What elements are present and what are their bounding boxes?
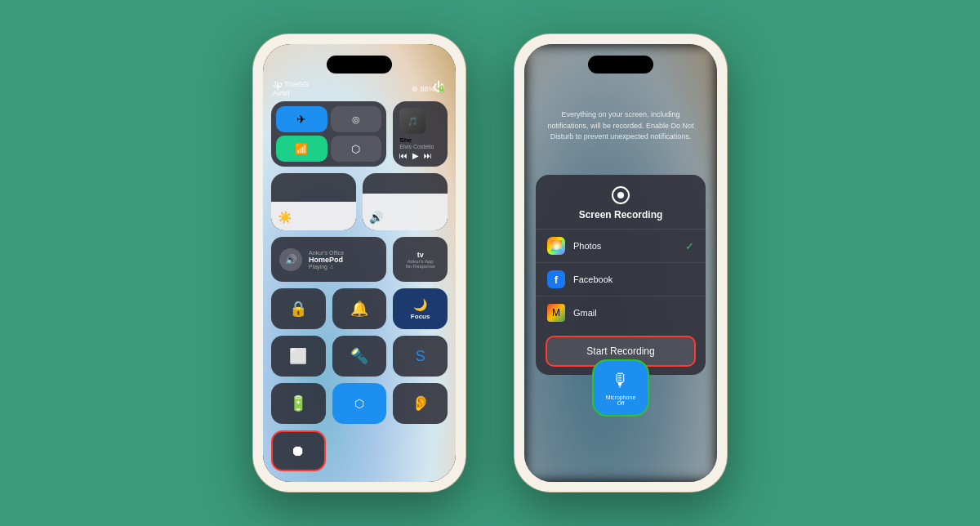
prev-track-btn[interactable]: ⏮: [399, 151, 408, 160]
screen-record-button[interactable]: ⏺: [271, 430, 326, 471]
photos-item[interactable]: 🌅 Photos ✓: [536, 230, 706, 263]
carrier2-label: Airtel: [273, 89, 309, 97]
phones-container: + ⏻ Jio True5G Airtel ⊛ 88% 🔋: [253, 34, 727, 492]
play-btn[interactable]: ▶: [412, 151, 419, 160]
facebook-item[interactable]: f Facebook: [536, 263, 706, 296]
music-controls[interactable]: ⏮ ▶ ⏭: [399, 151, 432, 160]
hearing-btn[interactable]: 👂: [393, 383, 448, 424]
focus-btn[interactable]: 🌙 Focus: [393, 288, 448, 329]
airplane-mode-btn[interactable]: ✈: [276, 106, 327, 132]
dynamic-island-2: [588, 56, 653, 74]
facebook-label: Facebook: [573, 274, 694, 284]
song-title: She: [399, 136, 441, 144]
homepod-name: HomePod: [309, 256, 344, 264]
homepod-status: Playing ♫: [309, 264, 344, 270]
microphone-label: MicrophoneOff: [606, 394, 636, 406]
warning-text: Everything on your screen, including not…: [541, 109, 701, 143]
shazam-btn[interactable]: S: [393, 336, 448, 377]
homepod-icon: 🔊: [279, 248, 302, 271]
next-track-btn[interactable]: ⏭: [424, 151, 432, 160]
screen-recording-popup: Screen Recording 🌅 Photos ✓ f Facebook: [536, 175, 706, 375]
phone2: Everything on your screen, including not…: [514, 34, 727, 492]
volume-icon: 🔊: [369, 211, 383, 224]
icons-row-2: ⬜ 🔦 S: [271, 336, 448, 377]
record-icon: [612, 186, 630, 204]
screen-mirror-btn[interactable]: ⬜: [271, 336, 326, 377]
music-tile[interactable]: 🎵 She Elvis Costello ⏮ ▶ ⏭: [393, 101, 448, 167]
flashlight-btn[interactable]: 🔦: [332, 336, 387, 377]
phone2-screen: Everything on your screen, including not…: [524, 44, 717, 482]
gmail-label: Gmail: [573, 308, 694, 318]
carrier1-label: Jio True5G: [273, 80, 309, 88]
sliders-row: ☀️ 🔊: [271, 173, 448, 230]
bluetooth-btn[interactable]: ⬡: [331, 136, 382, 162]
airdrop-btn[interactable]: ◎: [331, 106, 382, 132]
popup-header: Screen Recording: [536, 175, 706, 230]
battery-widget-btn[interactable]: 🔋: [271, 383, 326, 424]
bell-btn[interactable]: 🔔: [332, 288, 387, 329]
rotation-lock-btn[interactable]: 🔒: [271, 288, 326, 329]
volume-slider[interactable]: 🔊: [363, 173, 448, 230]
phone1-background: + ⏻ Jio True5G Airtel ⊛ 88% 🔋: [263, 44, 456, 482]
gmail-item[interactable]: M Gmail: [536, 296, 706, 329]
album-art: 🎵: [399, 108, 425, 134]
brightness-slider[interactable]: ☀️: [271, 173, 356, 230]
microphone-icon: 🎙: [612, 370, 630, 391]
microphone-button[interactable]: 🎙 MicrophoneOff: [592, 359, 649, 417]
focus-label: Focus: [411, 313, 430, 320]
last-row: ⏺: [271, 430, 448, 471]
wifi-btn[interactable]: 📶: [276, 136, 327, 162]
record-dot: [617, 192, 624, 198]
brightness-icon: ☀️: [278, 211, 292, 224]
homepod-location: Ankur's Office: [309, 250, 344, 256]
control-center-grid: ✈ ◎ 📶 ⬡ 🎵 She Elvis Costello ⏮: [271, 101, 448, 471]
appletv-tile[interactable]: tv Ankur's App No Response: [393, 237, 448, 282]
icons-row-3: 🔋 ⬡ 👂: [271, 383, 448, 424]
phone1: + ⏻ Jio True5G Airtel ⊛ 88% 🔋: [253, 34, 466, 492]
connectivity-tile[interactable]: ✈ ◎ 📶 ⬡: [271, 101, 386, 167]
homepod-info: Ankur's Office HomePod Playing ♫: [309, 250, 344, 270]
dynamic-island-1: [327, 56, 392, 74]
battery-label: ⊛ 88% 🔋: [412, 85, 446, 93]
song-artist: Elvis Costello: [399, 144, 441, 149]
photos-checkmark: ✓: [685, 240, 694, 252]
facebook-icon: f: [547, 270, 565, 288]
gmail-icon: M: [547, 304, 565, 322]
phone1-screen: + ⏻ Jio True5G Airtel ⊛ 88% 🔋: [263, 44, 456, 482]
popup-title: Screen Recording: [579, 209, 663, 221]
carrier-info: Jio True5G Airtel: [273, 80, 309, 97]
homepod-tile[interactable]: 🔊 Ankur's Office HomePod Playing ♫: [271, 237, 386, 282]
appletv-status: No Response: [405, 264, 434, 269]
icons-row-1: 🔒 🔔 🌙 Focus: [271, 288, 448, 329]
bluetooth2-btn[interactable]: ⬡: [332, 383, 387, 424]
battery-info: ⊛ 88% 🔋: [412, 85, 446, 93]
phone1-status-bar: Jio True5G Airtel ⊛ 88% 🔋: [273, 80, 446, 97]
appletv-logo: tv: [417, 251, 424, 259]
photos-label: Photos: [573, 241, 677, 251]
photos-icon: 🌅: [547, 237, 565, 255]
phone2-content: Everything on your screen, including not…: [524, 44, 717, 482]
